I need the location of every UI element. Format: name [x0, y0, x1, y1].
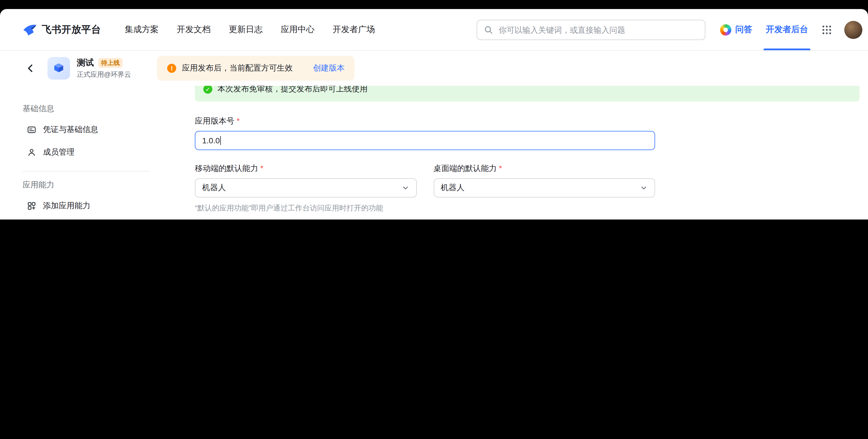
user-avatar[interactable] — [844, 21, 862, 39]
app-title-block: 测试 待上线 正式应用@环界云 — [77, 57, 131, 79]
required-asterisk: * — [499, 164, 502, 173]
feishu-logo-icon — [23, 23, 37, 36]
required-asterisk: * — [237, 116, 240, 125]
version-value: 1.0.0 — [202, 136, 220, 145]
required-asterisk: * — [260, 164, 264, 173]
desktop-default-select[interactable]: 机器人 — [433, 178, 655, 198]
app-header-bar: 测试 待上线 正式应用@环界云 ! 应用发布后，当前配置方可生效 创建版本 — [0, 51, 868, 86]
search-box[interactable] — [477, 20, 705, 40]
content-row: 基础信息 凭证与基础信息 成员管理 应用能力 — [0, 86, 868, 220]
nav-item-changelog[interactable]: 更新日志 — [229, 24, 262, 35]
logo-text: 飞书开放平台 — [42, 23, 101, 36]
publish-notice: ! 应用发布后，当前配置方可生效 创建版本 — [157, 56, 355, 81]
sidebar-item-label: 成员管理 — [43, 147, 74, 158]
warning-icon: ! — [167, 64, 176, 73]
chevron-down-icon — [640, 184, 648, 192]
back-button[interactable] — [24, 62, 37, 75]
capability-hint: “默认的应用功能”即用户通过工作台访问应用时打开的功能 — [195, 203, 655, 213]
sidebar-section-capability: 应用能力 — [18, 179, 154, 190]
mobile-default-label: 移动端的默认能力* — [195, 163, 416, 174]
default-capability-row: 移动端的默认能力* 机器人 桌面端的默认能力* — [195, 163, 655, 198]
app-icon — [48, 57, 70, 79]
sidebar-item-credentials[interactable]: 凭证与基础信息 — [18, 119, 154, 141]
sidebar: 基础信息 凭证与基础信息 成员管理 应用能力 — [0, 86, 167, 220]
main-content: ✓ 本次发布免审核，提交发布后即可上线使用 应用版本号* 1.0.0 移动端的默… — [167, 86, 868, 220]
text-caret — [220, 136, 221, 145]
screen: 飞书开放平台 集成方案 开发文档 更新日志 应用中心 开发者广场 — [0, 0, 868, 220]
qa-icon — [720, 24, 731, 35]
apps-grid-icon[interactable] — [822, 25, 832, 35]
browser-window: 飞书开放平台 集成方案 开发文档 更新日志 应用中心 开发者广场 — [0, 9, 868, 220]
search-input[interactable] — [498, 25, 698, 35]
search-icon — [484, 25, 493, 34]
sidebar-item-members[interactable]: 成员管理 — [18, 141, 154, 164]
desktop-default-value: 机器人 — [441, 183, 465, 193]
feishu-logo[interactable]: 飞书开放平台 — [23, 23, 101, 36]
version-input[interactable]: 1.0.0 — [195, 131, 655, 150]
header-actions: 问答 开发者后台 — [720, 9, 862, 50]
qa-link[interactable]: 问答 — [720, 24, 752, 35]
nav-item-app-center[interactable]: 应用中心 — [281, 24, 315, 35]
sidebar-item-label: 凭证与基础信息 — [43, 125, 98, 135]
sidebar-section-basic: 基础信息 — [18, 103, 154, 114]
sidebar-divider — [23, 171, 149, 172]
mobile-default-field: 移动端的默认能力* 机器人 — [195, 163, 416, 198]
nav-item-integration[interactable]: 集成方案 — [125, 24, 159, 35]
sidebar-item-label: 添加应用能力 — [43, 201, 90, 211]
console-tab-label: 开发者后台 — [766, 24, 808, 35]
app-subtitle: 正式应用@环界云 — [77, 70, 131, 79]
credentials-icon — [27, 125, 36, 134]
success-check-icon: ✓ — [203, 86, 212, 94]
nav-item-docs[interactable]: 开发文档 — [177, 24, 211, 35]
version-form: 应用版本号* 1.0.0 移动端的默认能力* 机器人 — [167, 86, 655, 220]
console-tab[interactable]: 开发者后台 — [765, 9, 809, 50]
add-capability-icon — [27, 201, 36, 210]
chevron-down-icon — [401, 184, 409, 192]
members-icon — [27, 148, 36, 157]
success-banner: ✓ 本次发布免审核，提交发布后即可上线使用 — [195, 86, 860, 102]
version-field-label: 应用版本号* — [195, 115, 655, 126]
sidebar-item-bot[interactable]: 机器人 — [18, 217, 154, 220]
nav-item-marketplace[interactable]: 开发者广场 — [333, 24, 375, 35]
qa-label: 问答 — [735, 24, 752, 35]
mobile-default-value: 机器人 — [202, 183, 226, 193]
create-version-link[interactable]: 创建版本 — [313, 63, 344, 73]
app-name: 测试 — [77, 57, 94, 68]
desktop-default-field: 桌面端的默认能力* 机器人 — [433, 163, 655, 198]
status-badge: 待上线 — [98, 58, 123, 67]
mobile-default-select[interactable]: 机器人 — [195, 178, 416, 198]
top-navigation: 飞书开放平台 集成方案 开发文档 更新日志 应用中心 开发者广场 — [0, 9, 868, 51]
primary-nav: 集成方案 开发文档 更新日志 应用中心 开发者广场 — [125, 24, 375, 35]
success-banner-text: 本次发布免审核，提交发布后即可上线使用 — [217, 86, 368, 94]
desktop-default-label: 桌面端的默认能力* — [433, 163, 655, 174]
sidebar-item-add-capability[interactable]: 添加应用能力 — [18, 195, 154, 217]
notice-text: 应用发布后，当前配置方可生效 — [182, 63, 292, 73]
